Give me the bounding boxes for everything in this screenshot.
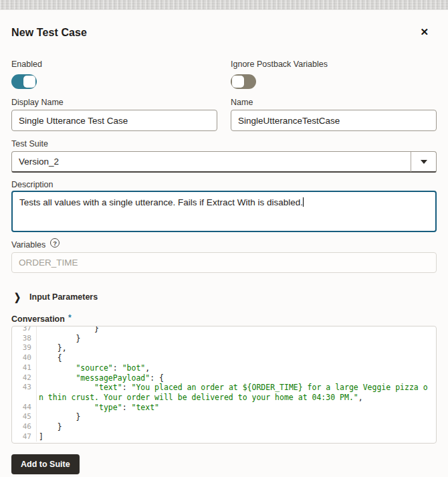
code-text: }, [37,343,436,353]
conversation-label: Conversation [11,314,65,324]
line-number: 40 [12,353,37,363]
line-number: 46 [12,422,37,432]
conversation-code-editor[interactable]: 37 }38 }39 },40 {41 "source": "bot",42 "… [11,326,437,444]
toggle-knob [23,76,35,88]
code-line: 38 } [12,334,436,344]
display-name-input[interactable] [11,110,217,131]
name-input[interactable] [231,110,437,131]
input-parameters-label: Input Parameters [29,292,98,302]
code-text: } [37,422,436,432]
code-text: "type": "text" [37,403,436,413]
description-label: Description [11,180,437,189]
dropdown-arrow-button[interactable] [411,160,436,164]
description-textarea[interactable]: Tests all values with a single utterance… [11,191,437,232]
background-page-strip [0,0,448,10]
input-parameters-expander[interactable]: ❯ Input Parameters [11,292,437,302]
display-name-label: Display Name [11,98,217,107]
code-line: 39 }, [12,343,436,353]
code-line: 44 "type": "text" [12,403,436,413]
test-suite-selected-value: Version_2 [12,157,411,167]
line-number: 42 [12,373,37,383]
line-number: 45 [12,412,37,422]
code-line: 47] [12,432,436,442]
enabled-toggle[interactable] [11,74,37,89]
name-label: Name [231,98,437,107]
code-text: "text": "You placed an order at ${ORDER_… [37,383,436,402]
close-icon[interactable]: ✕ [420,27,429,37]
description-text: Tests all values with a single utterance… [19,197,303,207]
code-text: "source": "bot", [37,363,436,373]
test-suite-select[interactable]: Version_2 [11,151,437,173]
line-number: 39 [12,343,37,353]
required-marker: * [68,314,72,321]
ignore-postback-label: Ignore Postback Variables [231,60,437,69]
test-suite-label: Test Suite [11,139,437,149]
new-test-case-dialog: New Test Case ✕ Enabled Ignore Postback … [0,27,448,474]
variables-input[interactable] [11,252,437,273]
code-line: 37 } [12,326,436,334]
variables-label: Variables [11,240,45,250]
line-number: 43 [12,383,37,402]
toggle-knob [232,76,244,88]
code-line: 45 } [12,412,436,422]
code-line: 43 "text": "You placed an order at ${ORD… [12,383,436,402]
code-text: } [37,326,436,334]
line-number: 41 [12,363,37,373]
line-number: 44 [12,403,37,413]
code-line: 41 "source": "bot", [12,363,436,373]
ignore-postback-toggle[interactable] [231,74,256,89]
code-text: ] [37,432,436,442]
code-text: { [37,353,436,363]
code-text: } [37,334,436,344]
help-icon[interactable]: ? [50,238,60,248]
dialog-title: New Test Case [11,27,87,39]
code-line: 42 "messagePayload": { [12,373,436,383]
line-number: 38 [12,334,37,344]
text-cursor [303,197,304,207]
line-number: 47 [12,432,37,442]
code-line: 40 { [12,353,436,363]
code-line: 46 } [12,422,436,432]
line-number: 37 [12,326,37,334]
code-text: "messagePayload": { [37,373,436,383]
chevron-down-icon [421,160,427,164]
add-to-suite-button[interactable]: Add to Suite [11,454,80,474]
conversation-editor-lines: 37 }38 }39 },40 {41 "source": "bot",42 "… [12,326,436,442]
enabled-label: Enabled [11,60,217,69]
code-text: } [37,412,436,422]
chevron-right-icon: ❯ [14,291,21,303]
